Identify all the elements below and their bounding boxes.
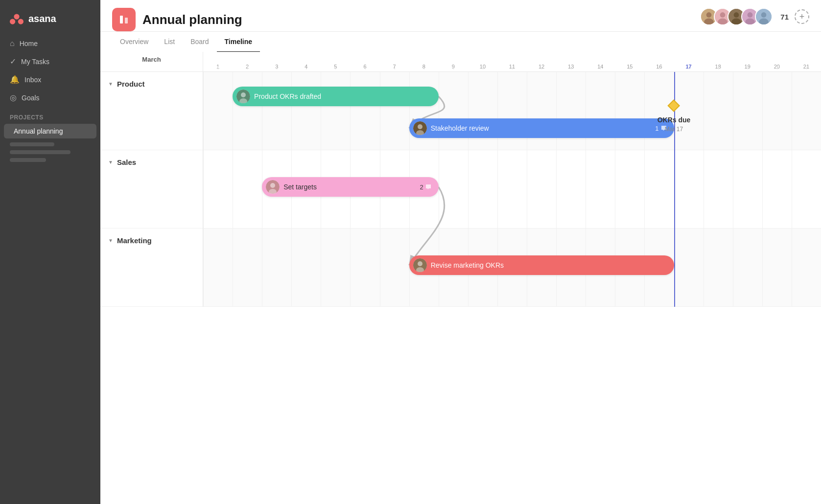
svg-point-27 [270, 183, 275, 188]
milestone-label: OKRs due [657, 116, 691, 124]
grid-section-product: Product OKRs draftedStakeholder review1 [203, 72, 821, 150]
task-bar-task1[interactable]: Product OKRs drafted [233, 87, 439, 106]
sidebar-item-inbox[interactable]: 🔔 Inbox [4, 71, 96, 88]
task-label-task4: Revise marketing OKRs [431, 261, 667, 269]
day-col-1 [203, 72, 233, 150]
main-content: Annual planning [100, 0, 821, 504]
sales-label: Sales [117, 158, 136, 166]
sidebar-project-label: Annual planning [14, 127, 63, 135]
day-col-20 [762, 72, 792, 150]
day-col-15 [615, 150, 644, 228]
ruler-day-11: 11 [497, 52, 527, 71]
product-section-label[interactable]: ▼ Product [100, 72, 203, 96]
ruler-day-6: 6 [350, 52, 379, 71]
avatar-5-svg [756, 8, 772, 25]
sales-section-label[interactable]: ▼ Sales [100, 150, 203, 174]
grid-section-sales: Set targets2 [203, 150, 821, 229]
tab-board[interactable]: Board [183, 32, 216, 52]
task-bar-task2[interactable]: Stakeholder review1 [409, 118, 674, 138]
product-chevron: ▼ [108, 81, 113, 87]
add-member-button[interactable]: + [795, 9, 809, 24]
sidebar-project-annual-planning[interactable]: Annual planning [4, 124, 96, 138]
sidebar-item-my-tasks[interactable]: ✓ My Tasks [4, 53, 96, 70]
day-col-15 [615, 72, 644, 150]
logo: asana [0, 8, 100, 35]
day-col-4 [291, 72, 321, 150]
projects-section-label: Projects [0, 106, 100, 124]
day-col-1 [203, 150, 233, 228]
sidebar-item-home-label: Home [20, 40, 38, 47]
svg-rect-3 [120, 16, 123, 23]
day-col-19 [733, 229, 762, 306]
ruler-month-label: March [100, 52, 203, 71]
ruler-days: 123456789101112131415161718192021 [203, 52, 821, 71]
member-count: 71 [780, 13, 789, 21]
timeline-container[interactable]: March 123456789101112131415161718192021 … [100, 52, 821, 504]
day-col-20 [762, 229, 792, 306]
day-col-3 [262, 72, 291, 150]
task-avatar-task3 [266, 180, 280, 194]
svg-point-10 [718, 19, 728, 25]
product-label: Product [117, 80, 145, 88]
svg-point-9 [720, 12, 726, 18]
tabs: Overview List Board Timeline [100, 32, 821, 52]
day-col-2 [233, 72, 262, 150]
svg-point-0 [14, 14, 19, 19]
day-col-2 [233, 229, 262, 306]
marketing-section-label[interactable]: ▼ Marketing [100, 229, 203, 252]
day-col-21 [792, 229, 821, 306]
ruler-day-3: 3 [262, 52, 291, 71]
ruler-day-16: 16 [644, 52, 674, 71]
timeline-body: ▼ Product ▼ Sales ▼ Marketing [100, 72, 821, 307]
svg-point-30 [418, 261, 422, 266]
day-col-17 [674, 150, 704, 228]
svg-rect-4 [125, 18, 128, 23]
day-col-5 [321, 72, 350, 150]
tab-list[interactable]: List [156, 32, 183, 52]
ruler-day-13: 13 [556, 52, 586, 71]
day-col-7 [380, 72, 409, 150]
goals-icon: ◎ [10, 93, 17, 102]
day-col-4 [291, 229, 321, 306]
task-bar-task4[interactable]: Revise marketing OKRs [409, 255, 674, 275]
svg-point-12 [734, 12, 739, 18]
ruler-day-4: 4 [291, 52, 321, 71]
day-col-9 [439, 72, 468, 150]
logo-text: asana [28, 13, 56, 24]
sidebar-item-goals[interactable]: ◎ Goals [4, 89, 96, 106]
day-col-19 [733, 150, 762, 228]
day-col-5 [321, 229, 350, 306]
sidebar-item-home[interactable]: ⌂ Home [4, 35, 96, 52]
sidebar-item-my-tasks-label: My Tasks [21, 58, 49, 66]
inbox-icon: 🔔 [10, 75, 20, 84]
sidebar-item-inbox-label: Inbox [24, 76, 41, 84]
sidebar: asana ⌂ Home ✓ My Tasks 🔔 Inbox ◎ Goals … [0, 0, 100, 504]
tab-timeline[interactable]: Timeline [217, 32, 260, 52]
day-col-7 [380, 229, 409, 306]
svg-point-19 [759, 19, 769, 25]
svg-point-16 [746, 19, 755, 25]
ruler-day-20: 20 [762, 52, 792, 71]
svg-point-15 [748, 12, 753, 18]
header: Annual planning [100, 0, 821, 32]
marketing-label-row: ▼ Marketing [100, 229, 203, 307]
timeline-grid: Product OKRs draftedStakeholder review1 … [203, 72, 821, 307]
day-col-12 [527, 150, 556, 228]
svg-point-24 [418, 124, 422, 129]
task-bar-task3[interactable]: Set targets2 [262, 177, 439, 197]
ruler-day-18: 18 [704, 52, 733, 71]
tab-overview[interactable]: Overview [112, 32, 156, 52]
task-avatar-task4 [413, 258, 427, 272]
ruler-day-8: 8 [409, 52, 439, 71]
skeleton-bar-2 [10, 150, 70, 154]
header-right: 71 + [700, 8, 809, 31]
day-col-6 [350, 229, 379, 306]
svg-point-13 [732, 19, 742, 25]
product-label-row: ▼ Product [100, 72, 203, 150]
ruler-day-5: 5 [321, 52, 350, 71]
task-avatar-task1 [236, 90, 250, 103]
ruler-day-21: 21 [792, 52, 821, 71]
ruler-day-1: 1 [203, 52, 233, 71]
day-col-2 [233, 150, 262, 228]
sidebar-item-goals-label: Goals [22, 94, 40, 102]
